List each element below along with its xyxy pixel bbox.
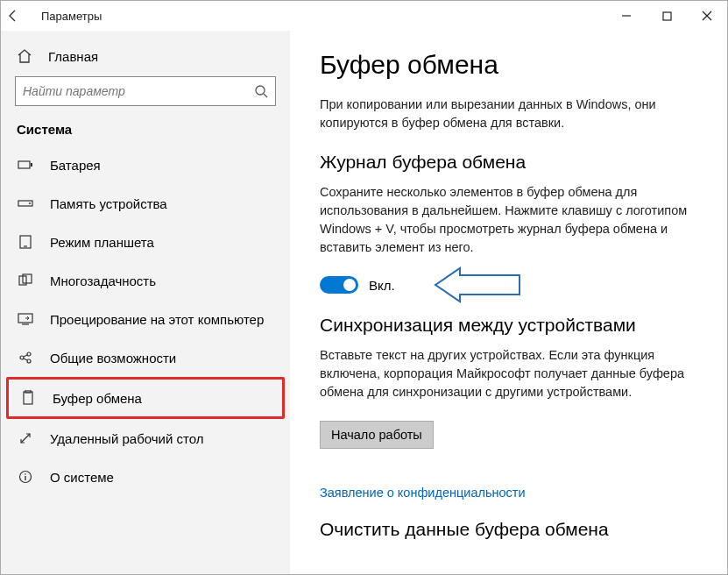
window-title: Параметры	[41, 10, 102, 23]
privacy-link[interactable]: Заявление о конфиденциальности	[320, 486, 526, 500]
sidebar-item-tablet-mode[interactable]: Режим планшета	[1, 223, 290, 261]
sidebar-home-label: Главная	[48, 49, 98, 64]
svg-point-24	[25, 473, 26, 475]
sidebar-item-shared[interactable]: Общие возможности	[1, 338, 290, 377]
clear-heading: Очистить данные буфера обмена	[320, 519, 697, 540]
svg-point-4	[256, 86, 265, 95]
info-icon	[17, 470, 34, 484]
back-button[interactable]	[6, 9, 32, 23]
svg-line-22	[21, 434, 30, 443]
sidebar-item-remote-desktop[interactable]: Удаленный рабочий стол	[1, 419, 290, 458]
titlebar: Параметры	[1, 1, 727, 31]
sidebar-item-label: Память устройства	[50, 196, 167, 211]
sidebar-item-label: Удаленный рабочий стол	[50, 431, 203, 446]
sidebar: Главная Система Батарея Память ус	[1, 31, 290, 574]
sidebar-item-label: Буфер обмена	[53, 391, 142, 406]
sidebar-item-about[interactable]: О системе	[1, 458, 290, 496]
sidebar-item-label: Многозадачность	[50, 273, 156, 288]
minimize-button[interactable]	[606, 1, 647, 31]
history-heading: Журнал буфера обмена	[320, 152, 697, 173]
svg-line-5	[264, 94, 267, 97]
search-icon	[254, 84, 268, 98]
svg-rect-6	[18, 161, 30, 168]
svg-rect-7	[31, 163, 32, 167]
sync-heading: Синхронизация между устройствами	[320, 315, 697, 336]
annotation-arrow	[434, 266, 521, 303]
svg-rect-1	[663, 12, 671, 20]
svg-point-16	[27, 352, 31, 356]
search-input[interactable]	[23, 84, 254, 98]
svg-point-9	[29, 202, 31, 204]
tablet-icon	[17, 235, 34, 249]
sync-desc: Вставьте текст на других устройствах. Ес…	[320, 346, 697, 401]
storage-icon	[17, 198, 34, 209]
sidebar-item-label: О системе	[50, 470, 114, 485]
clipboard-icon	[19, 390, 37, 406]
svg-line-19	[24, 358, 27, 360]
remote-icon	[17, 431, 34, 445]
sidebar-section-heading: Система	[1, 122, 290, 146]
svg-line-18	[24, 355, 27, 357]
sidebar-item-label: Проецирование на этот компьютер	[50, 312, 264, 327]
svg-point-17	[27, 359, 31, 363]
sidebar-item-clipboard[interactable]: Буфер обмена	[6, 377, 285, 419]
sidebar-item-label: Общие возможности	[50, 351, 176, 366]
maximize-button[interactable]	[647, 1, 687, 31]
sidebar-item-projecting[interactable]: Проецирование на этот компьютер	[1, 300, 290, 338]
sidebar-item-label: Батарея	[50, 158, 101, 173]
battery-icon	[17, 160, 34, 170]
multitask-icon	[17, 273, 34, 288]
sidebar-item-battery[interactable]: Батарея	[1, 146, 290, 184]
sidebar-nav: Батарея Память устройства Режим планшета…	[1, 146, 290, 496]
history-toggle-label: Вкл.	[369, 278, 395, 293]
sidebar-item-storage[interactable]: Память устройства	[1, 184, 290, 223]
sidebar-home[interactable]: Главная	[1, 43, 290, 76]
main-content: Буфер обмена При копировании или вырезан…	[290, 31, 727, 574]
svg-rect-20	[24, 392, 32, 404]
svg-point-15	[20, 356, 24, 359]
search-field[interactable]	[15, 76, 276, 106]
page-intro: При копировании или вырезании данных в W…	[320, 96, 697, 132]
sync-start-button[interactable]: Начало работы	[320, 421, 434, 449]
history-desc: Сохраните несколько элементов в буфер об…	[320, 183, 697, 257]
page-title: Буфер обмена	[320, 50, 697, 80]
close-button[interactable]	[687, 1, 727, 31]
sidebar-item-multitasking[interactable]: Многозадачность	[1, 261, 290, 300]
history-toggle[interactable]	[320, 276, 358, 294]
project-icon	[17, 313, 34, 325]
home-icon	[17, 48, 34, 64]
sidebar-item-label: Режим планшета	[50, 235, 154, 250]
share-icon	[17, 351, 34, 365]
